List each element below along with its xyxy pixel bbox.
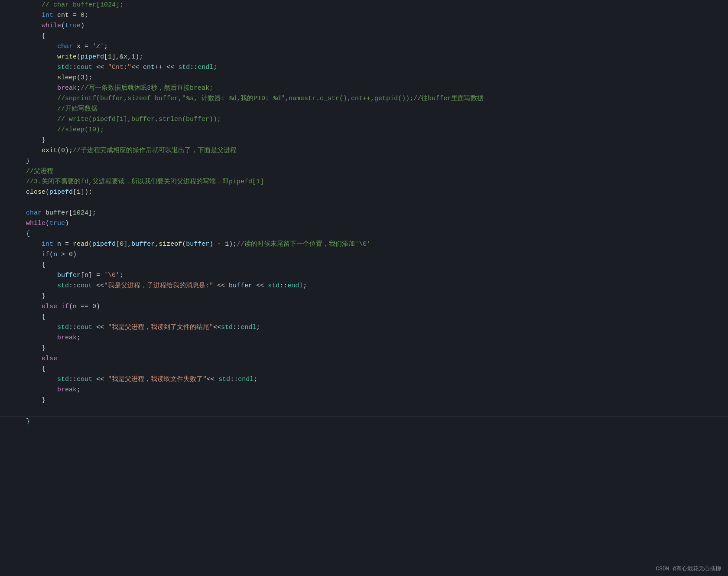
code-line: write(pipefd[1],&x,1); [0,52,728,62]
code-line: int n = read(pipefd[0],buffer,sizeof(buf… [0,239,728,250]
code-line: //父进程 [0,166,728,177]
code-line: { [0,312,728,322]
code-line: int cnt = 0; [0,10,728,21]
code-line: //开始写数据 [0,104,728,114]
code-line: std::cout << "我是父进程，我读取文件失败了"<< std::end… [0,374,728,385]
code-line [0,198,728,208]
code-line: //3.关闭不需要的fd,父进程要读，所以我们要关闭父进程的写端，即pipefd… [0,177,728,187]
code-line: std::cout << "我是父进程，我读到了文件的结尾"<<std::end… [0,322,728,333]
code-line [0,406,728,416]
code-line: //sleep(10); [0,125,728,135]
code-line: close(pipefd[1]); [0,187,728,198]
code-editor: // char buffer[1024]; int cnt = 0; while… [0,0,728,426]
code-line: break;//写一条数据后就休眠3秒，然后直接break; [0,83,728,94]
code-line: } [0,135,728,146]
code-line: while(true) [0,218,728,229]
code-line: { [0,364,728,374]
code-line: } [0,291,728,302]
code-line: std::cout <<"我是父进程，子进程给我的消息是:" << buffer… [0,281,728,291]
code-line: buffer[n] = '\0'; [0,270,728,281]
footer-text: CSDN @有心栽花无心插柳 [656,566,721,572]
code-line: char x = 'Z'; [0,42,728,52]
code-line: while(true) [0,21,728,31]
code-line: } [0,343,728,354]
code-line: { [0,260,728,270]
code-line: break; [0,385,728,395]
footer-attribution: CSDN @有心栽花无心插柳 [656,565,721,573]
code-line: // write(pipefd[1],buffer,strlen(buffer)… [0,114,728,125]
code-line: if(n > 0) [0,250,728,260]
code-line: char buffer[1024]; [0,208,728,218]
code-line: } [0,156,728,166]
code-line: break; [0,333,728,343]
code-line: else if(n == 0) [0,302,728,312]
code-line: //snprintf(buffer,sizeof buffer,"%s, 计数器… [0,94,728,104]
code-line: std::cout << "Cnt:"<< cnt++ << std::endl… [0,62,728,73]
code-line: { [0,229,728,239]
code-line: // char buffer[1024]; [0,0,728,10]
code-line: sleep(3); [0,73,728,83]
code-line: exit(0);//子进程完成相应的操作后就可以退出了，下面是父进程 [0,146,728,156]
code-line: { [0,31,728,42]
code-line: else [0,354,728,364]
code-line-final: } [0,416,728,426]
code-line: } [0,395,728,406]
